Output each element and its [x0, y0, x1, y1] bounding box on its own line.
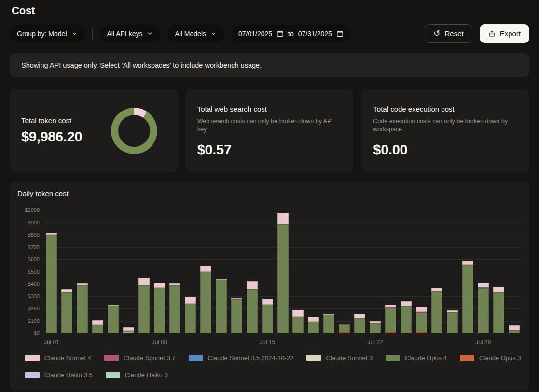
date-end-input[interactable]: 07/31/2025: [298, 30, 332, 38]
bar-segment-claude-opus-3[interactable]: [385, 332, 396, 333]
date-start-input[interactable]: 07/01/2025: [238, 30, 272, 38]
stacked-bar-jul-16[interactable]: [277, 213, 289, 333]
bar-segment-claude-opus-4[interactable]: [323, 315, 334, 333]
bar-segment-claude-sonnet-4[interactable]: [277, 213, 289, 224]
bar-segment-claude-sonnet-4[interactable]: [354, 314, 365, 318]
stacked-bar-jul-27[interactable]: [447, 310, 458, 333]
bar-segment-claude-opus-3[interactable]: [416, 332, 427, 333]
models-dropdown[interactable]: All Models: [167, 25, 224, 42]
export-button[interactable]: Export: [480, 24, 529, 43]
bar-segment-claude-sonnet-4[interactable]: [247, 281, 258, 289]
bar-segment-claude-opus-4[interactable]: [478, 288, 489, 333]
bar-segment-claude-opus-4[interactable]: [401, 306, 412, 333]
stacked-bar-jul-22[interactable]: [370, 321, 381, 333]
stacked-bar-jul-01[interactable]: [46, 233, 57, 333]
bar-segment-claude-opus-4[interactable]: [169, 285, 180, 333]
stacked-bar-jul-30[interactable]: [493, 287, 504, 333]
stacked-bar-jul-12[interactable]: [216, 279, 227, 333]
bar-segment-claude-opus-4[interactable]: [154, 288, 165, 333]
stacked-bar-jul-06[interactable]: [123, 327, 134, 333]
stacked-bar-jul-05[interactable]: [108, 305, 119, 333]
legend-label: Claude Haiku 3.5: [44, 371, 93, 378]
stacked-bar-jul-20[interactable]: [339, 324, 350, 333]
bar-segment-claude-opus-4[interactable]: [92, 325, 103, 333]
date-range-picker[interactable]: 07/01/2025 to 07/31/2025: [231, 25, 351, 42]
bar-segment-claude-opus-4[interactable]: [231, 299, 242, 333]
bar-segment-claude-opus-4[interactable]: [509, 330, 520, 333]
bar-segment-claude-sonnet-4[interactable]: [478, 283, 489, 287]
bar-segment-claude-sonnet-4[interactable]: [92, 320, 103, 325]
bar-segment-claude-opus-4[interactable]: [216, 280, 227, 333]
bar-segment-claude-opus-4[interactable]: [308, 322, 319, 333]
bar-segment-claude-sonnet-4[interactable]: [308, 317, 319, 322]
stacked-bar-jul-28[interactable]: [462, 261, 473, 333]
bar-segment-claude-opus-4[interactable]: [493, 292, 504, 333]
bar-segment-claude-opus-4[interactable]: [61, 292, 72, 333]
bar-segment-claude-opus-4[interactable]: [46, 235, 57, 333]
bar-segment-claude-opus-4[interactable]: [416, 313, 427, 332]
stacked-bar-jul-21[interactable]: [354, 314, 365, 333]
bar-segment-claude-opus-4[interactable]: [370, 323, 381, 333]
bar-segment-claude-sonnet-4[interactable]: [262, 299, 273, 304]
stacked-bar-jul-14[interactable]: [247, 281, 258, 333]
stacked-bar-jul-10[interactable]: [185, 297, 196, 333]
bar-segment-claude-sonnet-4[interactable]: [200, 266, 211, 272]
bar-segment-claude-opus-4[interactable]: [354, 318, 365, 333]
page-title: Cost: [0, 0, 539, 17]
stacked-bar-jul-03[interactable]: [77, 283, 88, 333]
stacked-bar-jul-23[interactable]: [385, 305, 396, 333]
bar-segment-claude-opus-4[interactable]: [138, 285, 150, 333]
bar-segment-claude-sonnet-4[interactable]: [509, 325, 520, 330]
stacked-bar-jul-07[interactable]: [138, 278, 150, 333]
reset-button[interactable]: ↺ Reset: [425, 24, 472, 43]
bar-segment-claude-sonnet-4[interactable]: [431, 288, 442, 291]
bar-segment-claude-opus-4[interactable]: [185, 304, 196, 333]
bar-segment-claude-opus-4[interactable]: [462, 265, 473, 333]
stacked-bar-jul-17[interactable]: [292, 310, 304, 333]
bar-segment-claude-haiku-3[interactable]: [123, 332, 134, 333]
stacked-bar-jul-29[interactable]: [478, 283, 489, 333]
stacked-bar-jul-08[interactable]: [154, 283, 165, 333]
bar-segment-claude-opus-4[interactable]: [431, 291, 442, 333]
stacked-bar-jul-31[interactable]: [509, 325, 520, 333]
api-keys-dropdown[interactable]: All API keys: [100, 25, 161, 42]
bar-segment-claude-sonnet-4[interactable]: [138, 278, 150, 285]
bar-slot: [59, 210, 75, 333]
bar-segment-claude-opus-4[interactable]: [292, 317, 304, 333]
bar-segment-claude-opus-4[interactable]: [262, 305, 273, 333]
stacked-bar-jul-13[interactable]: [231, 298, 242, 333]
bar-slot: [352, 210, 368, 333]
bar-segment-claude-opus-4[interactable]: [277, 224, 289, 333]
bar-segment-claude-sonnet-4[interactable]: [123, 327, 134, 331]
bar-segment-claude-sonnet-4[interactable]: [292, 310, 304, 317]
stacked-bar-jul-19[interactable]: [323, 314, 334, 333]
calendar-icon[interactable]: [276, 30, 284, 37]
bar-segment-claude-sonnet-4[interactable]: [154, 283, 165, 288]
stacked-bar-jul-18[interactable]: [308, 317, 319, 333]
bar-segment-claude-sonnet-4[interactable]: [185, 297, 196, 304]
bar-segment-claude-opus-4[interactable]: [385, 308, 396, 332]
group-by-dropdown[interactable]: Group by: Model: [10, 25, 85, 42]
bar-segment-claude-opus-4[interactable]: [77, 285, 88, 333]
stacked-bar-jul-02[interactable]: [61, 289, 72, 333]
bar-segment-claude-sonnet-4[interactable]: [462, 261, 473, 265]
stacked-bar-jul-04[interactable]: [92, 320, 103, 333]
bar-segment-claude-opus-4[interactable]: [200, 272, 211, 333]
stacked-bar-jul-09[interactable]: [169, 283, 180, 333]
stacked-bar-jul-15[interactable]: [262, 299, 273, 333]
bar-segment-claude-sonnet-4[interactable]: [416, 307, 427, 311]
bar-segment-claude-sonnet-4[interactable]: [401, 301, 412, 306]
stacked-bar-jul-11[interactable]: [200, 266, 211, 333]
bar-segment-claude-opus-4[interactable]: [447, 312, 458, 333]
calendar-icon[interactable]: [336, 30, 344, 37]
stacked-bar-jul-25[interactable]: [416, 307, 427, 333]
bar-segment-claude-sonnet-4[interactable]: [493, 287, 504, 292]
stacked-bar-jul-24[interactable]: [401, 301, 412, 333]
bar-segment-claude-opus-4[interactable]: [108, 306, 119, 333]
token-cost-title: Total token cost: [21, 116, 82, 125]
legend-swatch: [460, 355, 474, 361]
stacked-bar-jul-26[interactable]: [431, 288, 442, 333]
bar-segment-claude-opus-3[interactable]: [339, 332, 350, 333]
bar-segment-claude-opus-4[interactable]: [247, 289, 258, 333]
bar-segment-claude-opus-4[interactable]: [339, 324, 350, 332]
